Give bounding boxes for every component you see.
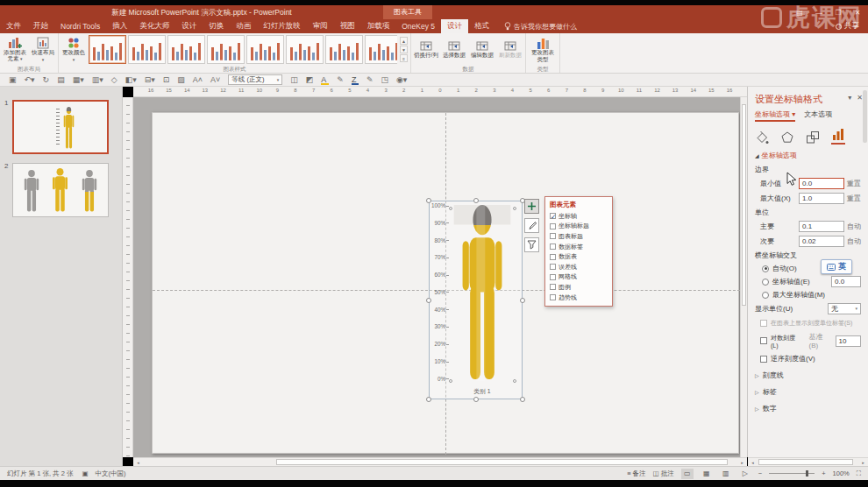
min-value-input[interactable]: 0.0 — [799, 178, 844, 189]
checkbox-reverse-order[interactable]: 逆序刻度值(V) — [760, 354, 861, 363]
checkbox-icon[interactable] — [550, 233, 556, 239]
data-button[interactable]: 选择数据 — [441, 39, 467, 59]
checkbox-icon[interactable] — [550, 274, 556, 280]
chart-style-thumbnail[interactable] — [89, 35, 126, 64]
slide-1-thumbnail[interactable] — [12, 100, 109, 154]
gallery-up-icon[interactable]: ▲ — [400, 37, 408, 45]
chart-styles-button[interactable] — [524, 218, 539, 233]
effects-icon[interactable] — [780, 131, 794, 145]
accessibility-icon[interactable]: ▣ — [82, 469, 88, 477]
restore-icon[interactable]: ❐ — [831, 7, 845, 18]
selection-handle[interactable] — [473, 397, 479, 402]
chart-style-thumbnail[interactable] — [365, 35, 397, 64]
person-chart-figure[interactable] — [453, 205, 511, 381]
copy-icon[interactable]: ◫ — [290, 74, 298, 85]
comments-button[interactable]: ◫ 批注 — [653, 469, 674, 478]
align-icon[interactable]: ⊟▾ — [145, 74, 155, 85]
size-properties-icon[interactable] — [806, 131, 820, 145]
change-chart-type-button[interactable]: 更改图表类型 — [528, 36, 558, 63]
ribbon-tab[interactable]: 切换 — [203, 19, 230, 33]
plot-area-handle[interactable] — [449, 379, 452, 383]
zoom-in-icon[interactable]: + — [822, 469, 825, 477]
selection-handle[interactable] — [473, 198, 479, 203]
add-chart-element-button[interactable]: 添加图表元素 — [2, 36, 28, 63]
chart-style-thumbnail[interactable] — [128, 35, 166, 64]
section-axis-options[interactable]: ◢ 坐标轴选项 — [748, 146, 868, 161]
checkbox-icon[interactable] — [550, 284, 556, 290]
chart-element-item[interactable]: 网格线 — [550, 272, 608, 283]
ribbon-tab[interactable]: Nordri Tools — [54, 19, 106, 33]
chart-element-item[interactable]: 趋势线 — [550, 293, 608, 303]
layout-icon[interactable]: ▥▾ — [92, 74, 103, 85]
notes-button[interactable]: ≡ 备注 — [627, 469, 645, 478]
scroll-right-icon[interactable]: ▸ — [859, 459, 867, 466]
log-base-input[interactable]: 10 — [836, 335, 861, 347]
selection-handle[interactable] — [520, 397, 525, 402]
ribbon-tab[interactable]: 文件 — [0, 19, 27, 33]
format-painter-icon[interactable]: ▤ — [57, 74, 65, 85]
selection-handle[interactable] — [520, 298, 525, 303]
chart-style-thumbnail[interactable] — [207, 35, 245, 64]
collapsed-section[interactable]: ▷ 数字 — [748, 397, 868, 413]
tab-text-options[interactable]: 文本选项 — [804, 109, 832, 122]
quick-layout-button[interactable]: 快速布局 — [30, 36, 56, 64]
major-value-input[interactable]: 0.1 — [799, 221, 844, 232]
gallery-down-icon[interactable]: ▼ — [400, 46, 408, 53]
minor-value-input[interactable]: 0.02 — [799, 236, 844, 247]
new-slide-icon[interactable]: ▦▾ — [73, 74, 84, 85]
text-box-icon[interactable]: ⊡ — [163, 74, 170, 85]
crop-icon[interactable]: ◳ — [381, 74, 388, 85]
checkbox-icon[interactable] — [550, 244, 556, 250]
ribbon-tab[interactable]: 设计 — [175, 19, 203, 33]
checkbox-icon[interactable] — [550, 254, 556, 260]
shape-fill-icon[interactable]: ◉▾ — [396, 74, 407, 85]
ribbon-context-tab[interactable]: 格式 — [468, 19, 495, 33]
ribbon-context-tab[interactable]: 设计 — [441, 19, 468, 33]
save-icon[interactable]: ▣ — [9, 74, 17, 85]
plot-area-handle[interactable] — [513, 207, 516, 210]
plot-area-handle[interactable] — [513, 379, 516, 383]
ribbon-tab[interactable]: 幻灯片放映 — [257, 19, 307, 33]
arrange-icon[interactable]: ◧▾ — [125, 74, 137, 85]
checkbox-log-scale[interactable]: 对数刻度(L) 基准(B) 10 — [760, 332, 861, 349]
selection-handle[interactable] — [426, 397, 431, 402]
chart-element-item[interactable]: 数据表 — [550, 251, 608, 262]
tab-axis-options[interactable]: 坐标轴选项 ▾ — [755, 109, 795, 122]
picture-icon[interactable]: ▨ — [177, 74, 185, 85]
minor-auto-button[interactable]: 自动 — [847, 236, 861, 246]
panel-scrollbar[interactable] — [863, 90, 867, 143]
shapes-icon[interactable]: ◇ — [111, 74, 117, 85]
chart-element-item[interactable]: 数据标签 — [550, 242, 608, 252]
fit-to-window-icon[interactable]: ⛶ — [857, 469, 861, 478]
ribbon-tab[interactable]: OneKey 5 — [395, 19, 441, 33]
chart-style-thumbnail[interactable] — [325, 35, 363, 64]
chart-filters-button[interactable] — [524, 237, 539, 252]
pen-icon[interactable]: ✎ — [337, 74, 344, 85]
collapsed-section[interactable]: ▷ 刻度线 — [748, 363, 868, 380]
minimize-icon[interactable]: — — [812, 7, 826, 18]
scroll-left-icon[interactable]: ◂ — [134, 459, 142, 466]
checkbox-icon[interactable] — [550, 294, 556, 300]
radio-axis-value[interactable]: 坐标轴值(E) 0.0 — [762, 277, 861, 286]
shrink-font-icon[interactable]: A˅ — [210, 74, 220, 85]
person-pictograph-chart[interactable]: 100%90%80%70%60%50%40%30%20%10%0% 类别 1 — [429, 201, 523, 399]
slideshow-view-icon[interactable]: ▷ — [739, 469, 751, 479]
radio-max-axis-value[interactable]: 最大坐标轴值(M) — [762, 290, 861, 300]
redo-icon[interactable]: ↻ — [43, 74, 50, 85]
canvas-horizontal-scrollbar[interactable]: ◂ ▸ — [133, 457, 747, 466]
change-colors-button[interactable]: 更改颜色 — [60, 36, 87, 64]
font-color-icon[interactable]: Z — [352, 74, 359, 85]
checkbox-icon[interactable] — [550, 223, 556, 229]
zoom-percent[interactable]: 100% — [833, 469, 850, 477]
language-status[interactable]: 中文(中国) — [96, 469, 126, 478]
max-value-input[interactable]: 1.0 — [799, 193, 844, 204]
ribbon-tab[interactable]: 动画 — [230, 19, 257, 33]
eyedropper-icon[interactable]: ✎ — [366, 74, 374, 85]
close-icon[interactable]: ✕ — [850, 7, 864, 18]
panel-close-icon[interactable]: ✕ — [857, 94, 863, 102]
chart-style-thumbnail[interactable] — [167, 35, 205, 64]
ribbon-tab[interactable]: 审阅 — [307, 19, 334, 33]
ribbon-display-options-icon[interactable]: ▤ — [793, 7, 807, 18]
ribbon-tab[interactable]: 美化大师 — [133, 19, 175, 33]
scrollbar-thumb[interactable] — [276, 459, 728, 465]
